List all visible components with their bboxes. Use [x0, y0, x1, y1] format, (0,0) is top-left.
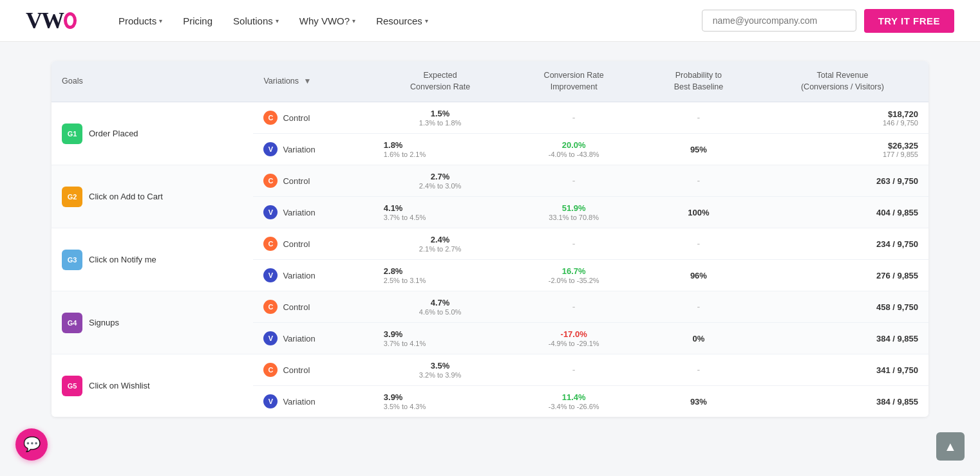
chat-icon: 💬 — [23, 436, 41, 453]
products-chevron-icon: ▾ — [159, 17, 162, 24]
variation-icon: V — [263, 142, 278, 156]
scroll-up-icon: ▲ — [944, 439, 957, 454]
variation-cell: V Variation — [253, 323, 373, 354]
variation-label: Variation — [283, 334, 315, 343]
header-goals: Goals — [52, 61, 253, 102]
nav-pricing[interactable]: Pricing — [174, 10, 221, 32]
cr-improvement-cell: 11.4%-3.4% to -26.6% — [507, 386, 641, 417]
why-vwo-chevron-icon: ▾ — [352, 17, 355, 24]
control-icon: C — [263, 237, 278, 251]
goal-badge: G2 — [62, 187, 82, 207]
nav-solutions[interactable]: Solutions ▾ — [224, 10, 288, 32]
filter-icon[interactable]: ▼ — [304, 77, 312, 86]
variation-cell: V Variation — [253, 134, 373, 165]
variation-label: Variation — [283, 397, 315, 407]
table-header-row: Goals Variations ▼ ExpectedConversion Ra… — [52, 61, 928, 102]
probability-cell: 100% — [641, 197, 757, 228]
expected-cr-cell: 2.8%2.5% to 3.1% — [373, 260, 507, 291]
variation-cell: C Control — [253, 165, 373, 197]
goal-cell-g3: G3 Click on Notify me — [52, 228, 253, 291]
control-icon: C — [263, 174, 278, 188]
table-row: G1 Order Placed C Control 1.5%1.3% to 1.… — [52, 102, 928, 134]
variation-cell: C Control — [253, 228, 373, 260]
variation-cell: C Control — [253, 291, 373, 323]
variation-icon: V — [263, 394, 278, 408]
goal-badge: G3 — [62, 250, 82, 270]
svg-point-3 — [67, 15, 73, 26]
svg-text:W: W — [41, 8, 64, 33]
data-table-container: Goals Variations ▼ ExpectedConversion Ra… — [52, 61, 928, 417]
probability-cell: 95% — [641, 134, 757, 165]
expected-cr-cell: 3.9%3.7% to 4.1% — [373, 323, 507, 354]
revenue-cell: 276 / 9,855 — [757, 260, 928, 291]
email-input[interactable] — [702, 10, 856, 32]
header-expected-cr: ExpectedConversion Rate — [373, 61, 507, 102]
goal-cell-g2: G2 Click on Add to Cart — [52, 165, 253, 228]
nav-right: TRY IT FREE — [702, 9, 954, 33]
try-it-free-button[interactable]: TRY IT FREE — [864, 9, 954, 33]
revenue-cell: 384 / 9,855 — [757, 323, 928, 354]
table-row: G5 Click on Wishlist C Control 3.5%3.2% … — [52, 354, 928, 386]
revenue-cell: $26,325177 / 9,855 — [757, 134, 928, 165]
cr-improvement-cell: 20.0%-4.0% to -43.8% — [507, 134, 641, 165]
cr-improvement-cell: 16.7%-2.0% to -35.2% — [507, 260, 641, 291]
probability-cell: - — [641, 291, 757, 323]
variation-cell: V Variation — [253, 260, 373, 291]
expected-cr-cell: 3.9%3.5% to 4.3% — [373, 386, 507, 417]
variation-label: Control — [283, 113, 310, 123]
nav-products[interactable]: Products ▾ — [109, 10, 171, 32]
expected-cr-cell: 4.1%3.7% to 4.5% — [373, 197, 507, 228]
nav-why-vwo[interactable]: Why VWO? ▾ — [290, 10, 364, 32]
variation-label: Variation — [283, 208, 315, 217]
scroll-to-top-button[interactable]: ▲ — [936, 432, 965, 461]
header-probability: Probability toBest Baseline — [641, 61, 757, 102]
variation-label: Control — [283, 176, 310, 186]
probability-cell: 93% — [641, 386, 757, 417]
cr-improvement-cell: - — [507, 354, 641, 386]
goal-label: Click on Notify me — [89, 255, 156, 264]
variation-icon: V — [263, 268, 278, 282]
probability-cell: 96% — [641, 260, 757, 291]
revenue-cell: 263 / 9,750 — [757, 165, 928, 197]
expected-cr-cell: 2.7%2.4% to 3.0% — [373, 165, 507, 197]
revenue-cell: 234 / 9,750 — [757, 228, 928, 260]
revenue-cell: 458 / 9,750 — [757, 291, 928, 323]
expected-cr-cell: 4.7%4.6% to 5.0% — [373, 291, 507, 323]
main-content: Goals Variations ▼ ExpectedConversion Ra… — [0, 42, 980, 436]
probability-cell: - — [641, 228, 757, 260]
cr-improvement-cell: - — [507, 102, 641, 134]
cr-improvement-cell: -17.0%-4.9% to -29.1% — [507, 323, 641, 354]
variation-cell: C Control — [253, 354, 373, 386]
revenue-cell: 341 / 9,750 — [757, 354, 928, 386]
goal-label: Order Placed — [89, 129, 138, 138]
chat-button[interactable]: 💬 — [15, 428, 48, 461]
variation-cell: V Variation — [253, 386, 373, 417]
resources-chevron-icon: ▾ — [425, 17, 428, 24]
revenue-cell: 384 / 9,855 — [757, 386, 928, 417]
revenue-cell: $18,720146 / 9,750 — [757, 102, 928, 134]
table-row: G4 Signups C Control 4.7%4.6% to 5.0%--4… — [52, 291, 928, 323]
cr-improvement-cell: - — [507, 165, 641, 197]
header-variations: Variations ▼ — [253, 61, 373, 102]
expected-cr-cell: 1.5%1.3% to 1.8% — [373, 102, 507, 134]
goal-badge: G1 — [62, 124, 82, 144]
goal-badge: G4 — [62, 313, 82, 333]
variation-icon: V — [263, 205, 278, 219]
revenue-cell: 404 / 9,855 — [757, 197, 928, 228]
logo[interactable]: V W — [26, 8, 77, 33]
cr-improvement-cell: - — [507, 228, 641, 260]
probability-cell: 0% — [641, 323, 757, 354]
nav-resources[interactable]: Resources ▾ — [367, 10, 437, 32]
svg-text:V: V — [26, 8, 42, 33]
expected-cr-cell: 2.4%2.1% to 2.7% — [373, 228, 507, 260]
probability-cell: - — [641, 165, 757, 197]
variation-cell: V Variation — [253, 197, 373, 228]
goal-cell-g4: G4 Signups — [52, 291, 253, 354]
cr-improvement-cell: 51.9%33.1% to 70.8% — [507, 197, 641, 228]
probability-cell: - — [641, 354, 757, 386]
goal-label: Click on Add to Cart — [89, 192, 163, 201]
cr-improvement-cell: - — [507, 291, 641, 323]
header-total-revenue: Total Revenue(Conversions / Visitors) — [757, 61, 928, 102]
navbar: V W Products ▾ Pricing Solutions ▾ Why V… — [0, 0, 980, 42]
probability-cell: - — [641, 102, 757, 134]
